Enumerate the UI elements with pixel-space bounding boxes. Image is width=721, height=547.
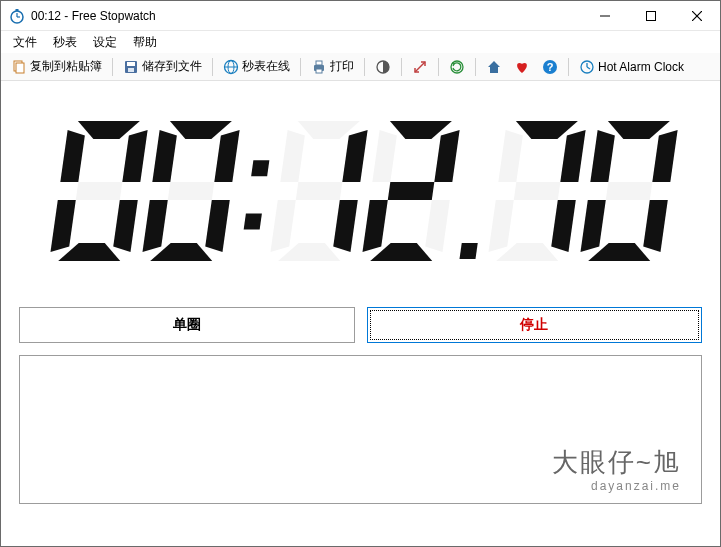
help-icon: ?: [542, 59, 558, 75]
toolbar-print-label: 打印: [330, 58, 354, 75]
toolbar-separator: [475, 58, 476, 76]
watermark-line2: dayanzai.me: [552, 479, 681, 495]
svg-line-20: [415, 62, 425, 72]
toolbar-separator: [300, 58, 301, 76]
svg-rect-5: [647, 11, 656, 20]
toolbar-save-button[interactable]: 储存到文件: [119, 56, 206, 77]
svg-rect-30: [459, 243, 477, 259]
svg-rect-11: [127, 62, 135, 66]
toolbar: 复制到粘贴簿 储存到文件 秒表在线 打印: [1, 53, 720, 81]
menu-settings[interactable]: 设定: [85, 32, 125, 53]
svg-rect-9: [16, 63, 24, 73]
toolbar-refresh-button[interactable]: [445, 57, 469, 77]
toolbar-help-button[interactable]: ?: [538, 57, 562, 77]
stop-button-label: 停止: [520, 316, 548, 334]
toolbar-online-button[interactable]: 秒表在线: [219, 56, 294, 77]
svg-rect-28: [251, 160, 269, 176]
time-display: [1, 81, 720, 301]
toolbar-save-label: 储存到文件: [142, 58, 202, 75]
globe-icon: [223, 59, 239, 75]
expand-icon: [412, 59, 428, 75]
toolbar-hotalarm-label: Hot Alarm Clock: [598, 60, 684, 74]
app-window: 00:12 - Free Stopwatch 文件 秒表 设定 帮助 复制到粘贴…: [0, 0, 721, 547]
svg-rect-17: [316, 61, 322, 65]
toolbar-separator: [112, 58, 113, 76]
menu-bar: 文件 秒表 设定 帮助: [1, 31, 720, 53]
toolbar-separator: [438, 58, 439, 76]
copy-icon: [11, 59, 27, 75]
menu-help[interactable]: 帮助: [125, 32, 165, 53]
toolbar-copy-button[interactable]: 复制到粘贴簿: [7, 56, 106, 77]
lap-button-label: 单圈: [173, 316, 201, 334]
heart-icon: [514, 59, 530, 75]
svg-rect-12: [128, 68, 134, 72]
contrast-icon: [375, 59, 391, 75]
svg-line-27: [587, 67, 590, 69]
close-button[interactable]: [674, 1, 720, 30]
home-icon: [486, 59, 502, 75]
toolbar-heart-button[interactable]: [510, 57, 534, 77]
lap-log[interactable]: 大眼仔~旭 dayanzai.me: [19, 355, 702, 504]
window-title: 00:12 - Free Stopwatch: [31, 9, 582, 23]
clock-icon: [579, 59, 595, 75]
toolbar-separator: [401, 58, 402, 76]
minimize-button[interactable]: [582, 1, 628, 30]
svg-text:?: ?: [547, 61, 554, 73]
window-controls: [582, 1, 720, 30]
toolbar-online-label: 秒表在线: [242, 58, 290, 75]
svg-rect-1: [16, 9, 19, 11]
toolbar-separator: [364, 58, 365, 76]
svg-rect-18: [316, 69, 322, 73]
toolbar-print-button[interactable]: 打印: [307, 56, 358, 77]
svg-marker-22: [488, 61, 500, 73]
toolbar-separator: [568, 58, 569, 76]
toolbar-copy-label: 复制到粘贴簿: [30, 58, 102, 75]
print-icon: [311, 59, 327, 75]
watermark-line1: 大眼仔~旭: [552, 446, 681, 480]
app-icon: [9, 8, 25, 24]
lap-button[interactable]: 单圈: [19, 307, 355, 343]
stop-button[interactable]: 停止: [367, 307, 703, 343]
toolbar-separator: [212, 58, 213, 76]
title-bar: 00:12 - Free Stopwatch: [1, 1, 720, 31]
menu-file[interactable]: 文件: [5, 32, 45, 53]
toolbar-fullscreen-button[interactable]: [408, 57, 432, 77]
save-icon: [123, 59, 139, 75]
toolbar-hotalarm-button[interactable]: Hot Alarm Clock: [575, 57, 688, 77]
control-buttons: 单圈 停止: [1, 301, 720, 351]
watermark: 大眼仔~旭 dayanzai.me: [552, 446, 681, 495]
maximize-button[interactable]: [628, 1, 674, 30]
svg-rect-29: [243, 213, 261, 229]
toolbar-contrast-button[interactable]: [371, 57, 395, 77]
refresh-icon: [449, 59, 465, 75]
toolbar-home-button[interactable]: [482, 57, 506, 77]
menu-stopwatch[interactable]: 秒表: [45, 32, 85, 53]
